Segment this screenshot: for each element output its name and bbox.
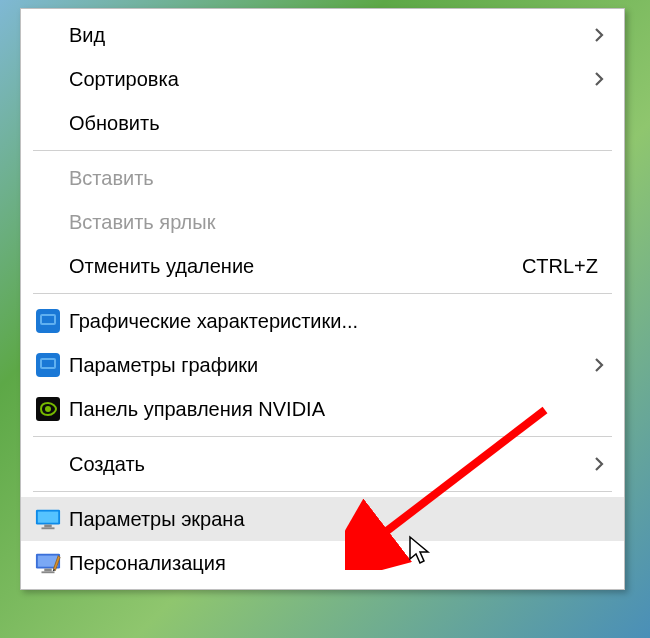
menu-item-label: Создать [69,453,606,476]
chevron-right-icon [592,355,606,375]
menu-item-paste-shortcut: Вставить ярлык [21,200,624,244]
separator [33,491,612,492]
menu-item-label: Вид [69,24,606,47]
menu-item-label: Вставить ярлык [69,211,606,234]
monitor-icon [35,506,61,532]
menu-item-personalize[interactable]: Персонализация [21,541,624,585]
menu-item-label: Обновить [69,112,606,135]
menu-item-label: Персонализация [69,552,606,575]
menu-item-refresh[interactable]: Обновить [21,101,624,145]
svg-rect-11 [42,527,55,529]
chevron-right-icon [592,454,606,474]
menu-item-label: Сортировка [69,68,606,91]
menu-item-display-settings[interactable]: Параметры экрана [21,497,624,541]
svg-rect-2 [42,316,54,323]
menu-item-intel-gfx-params[interactable]: Параметры графики [21,343,624,387]
menu-item-shortcut: CTRL+Z [522,255,598,278]
intel-graphics-icon [35,308,61,334]
menu-item-intel-gfx-props[interactable]: Графические характеристики... [21,299,624,343]
separator [33,293,612,294]
svg-rect-15 [42,571,55,573]
svg-point-7 [45,406,51,412]
separator [33,150,612,151]
menu-item-undo-delete[interactable]: Отменить удаление CTRL+Z [21,244,624,288]
chevron-right-icon [592,69,606,89]
menu-item-label: Параметры графики [69,354,606,377]
personalize-icon [35,550,61,576]
desktop-context-menu: Вид Сортировка Обновить Вставить Вставит… [20,8,625,590]
menu-item-nvidia-panel[interactable]: Панель управления NVIDIA [21,387,624,431]
svg-rect-14 [44,569,51,572]
svg-rect-9 [38,512,58,523]
menu-item-label: Отменить удаление [69,255,522,278]
menu-item-paste: Вставить [21,156,624,200]
separator [33,436,612,437]
menu-item-view[interactable]: Вид [21,13,624,57]
svg-rect-5 [42,360,54,367]
menu-item-label: Параметры экрана [69,508,606,531]
svg-rect-10 [44,525,51,528]
menu-item-label: Вставить [69,167,606,190]
menu-item-sort[interactable]: Сортировка [21,57,624,101]
nvidia-icon [35,396,61,422]
intel-graphics-icon [35,352,61,378]
menu-item-new[interactable]: Создать [21,442,624,486]
chevron-right-icon [592,25,606,45]
menu-item-label: Панель управления NVIDIA [69,398,606,421]
menu-item-label: Графические характеристики... [69,310,606,333]
